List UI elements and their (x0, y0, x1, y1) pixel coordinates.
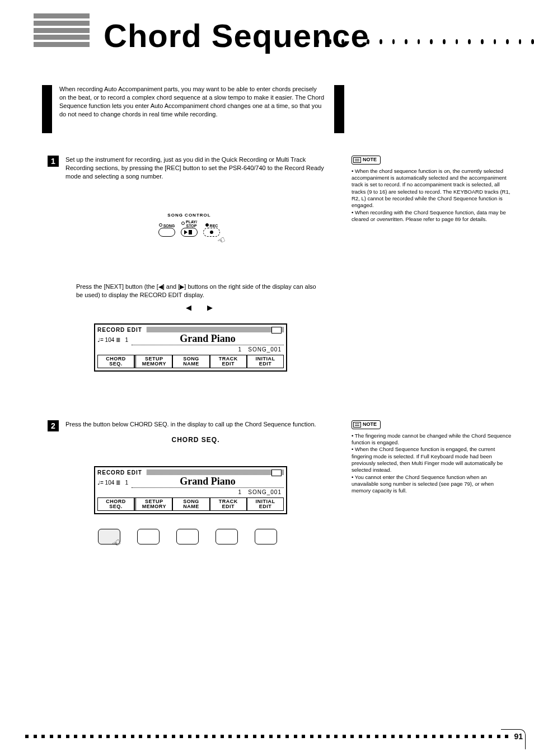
lcd-tab-setup-memory: SETUPMEMORY (134, 497, 172, 511)
lcd-song-number: 1 (238, 346, 242, 353)
pad-button-2[interactable] (137, 529, 160, 544)
note-icon (353, 422, 361, 428)
note-2-text: • The fingering mode cannot be changed w… (352, 433, 514, 495)
right-arrow-icon: ▶ (207, 303, 213, 312)
lcd-header: RECORD EDIT (97, 469, 142, 476)
lcd-tab-initial-edit: INITIALEDIT (247, 355, 284, 368)
section-bar (42, 85, 52, 133)
pad-button-5[interactable] (255, 529, 277, 544)
lcd-bar-number: 1 (125, 337, 128, 343)
led-icon (205, 223, 209, 227)
note-1-text: • When the chord sequence function is on… (352, 168, 514, 223)
lcd-screen-1: RECORD EDIT ♩= 104 ≣ 1 Grand Piano 1 SON… (94, 323, 287, 372)
lcd-header: RECORD EDIT (97, 327, 142, 333)
lcd-song-number: 1 (238, 489, 242, 495)
left-arrow-icon: ◀ (186, 303, 191, 312)
step-marker-2: 2 (48, 420, 59, 431)
lcd-tempo: ♩= 104 (97, 480, 114, 486)
led-icon (159, 223, 162, 227)
lcd-voice-name: Grand Piano (132, 333, 284, 345)
song-control-diagram: SONG CONTROL SONG PLAY/ STOP (133, 213, 245, 237)
led-icon (181, 222, 185, 225)
step-1-extra: Press the [NEXT] button (the [◀] and [▶]… (76, 283, 322, 312)
page-title: Chord Sequence (104, 17, 369, 54)
svg-marker-0 (184, 230, 188, 234)
rec-button-group: REC (203, 223, 220, 237)
lcd-tab-initial-edit: INITIALEDIT (247, 497, 284, 511)
page-number-box: 91 (501, 729, 526, 749)
pad-button-3[interactable] (176, 529, 199, 544)
lcd-tab-chord-seq: CHORDSEQ. (97, 355, 134, 368)
lcd-screen-2: RECORD EDIT ♩= 104 ≣ 1 Grand Piano 1 SON… (94, 466, 287, 514)
intro-paragraph: When recording Auto Accompaniment parts,… (59, 85, 325, 118)
page-number: 91 (503, 732, 523, 741)
lcd-voice-name: Grand Piano (132, 476, 284, 488)
step-marker-1: 1 (48, 156, 59, 167)
header-bars (34, 13, 90, 47)
lcd-tempo: ♩= 104 (97, 337, 114, 343)
step-2-text: Press the button below CHORD SEQ. in the… (65, 420, 326, 444)
button-pads (98, 529, 277, 544)
lcd-tab-song-name: SONGNAME (172, 355, 209, 368)
pad-button-4[interactable] (216, 529, 238, 544)
playstop-button-group: PLAY/ STOP (181, 220, 198, 237)
lcd-tab-song-name: SONGNAME (172, 497, 209, 511)
note-icon (353, 157, 361, 163)
lcd-bar-number: 1 (125, 480, 128, 486)
note-box-2: NOTE • The fingering mode cannot be chan… (352, 420, 514, 495)
stop-label: STOP (186, 224, 197, 228)
playstop-button[interactable] (181, 228, 198, 237)
lcd-tab-setup-memory: SETUPMEMORY (134, 355, 172, 368)
step-1-text: Set up the instrument for recording, jus… (65, 156, 326, 181)
song-label: SONG (163, 224, 175, 228)
song-control-label: SONG CONTROL (133, 213, 245, 218)
note-label: NOTE (363, 157, 377, 162)
lcd-tab-track-edit: TRACKEDIT (210, 355, 247, 368)
lcd-song-name: SONG_001 (248, 346, 282, 353)
note-label: NOTE (363, 421, 377, 427)
section-bar (334, 85, 344, 133)
header-dots (316, 39, 534, 45)
song-button-group: SONG (158, 223, 175, 237)
lcd-tab-chord-seq: CHORDSEQ. (97, 497, 134, 511)
note-box-1: NOTE • When the chord sequence function … (352, 156, 514, 223)
play-label: PLAY/ (186, 220, 197, 224)
lcd-tab-track-edit: TRACKEDIT (210, 497, 247, 511)
rec-button[interactable] (203, 228, 220, 237)
song-button[interactable] (158, 228, 175, 237)
rec-label: REC (210, 224, 218, 228)
lcd-shade-icon (147, 469, 284, 475)
footer-dots (25, 735, 509, 739)
chord-seq-label: CHORD SEQ. (171, 436, 219, 444)
svg-rect-1 (189, 230, 192, 234)
lcd-shade-icon (147, 327, 284, 332)
lcd-song-name: SONG_001 (248, 489, 282, 495)
